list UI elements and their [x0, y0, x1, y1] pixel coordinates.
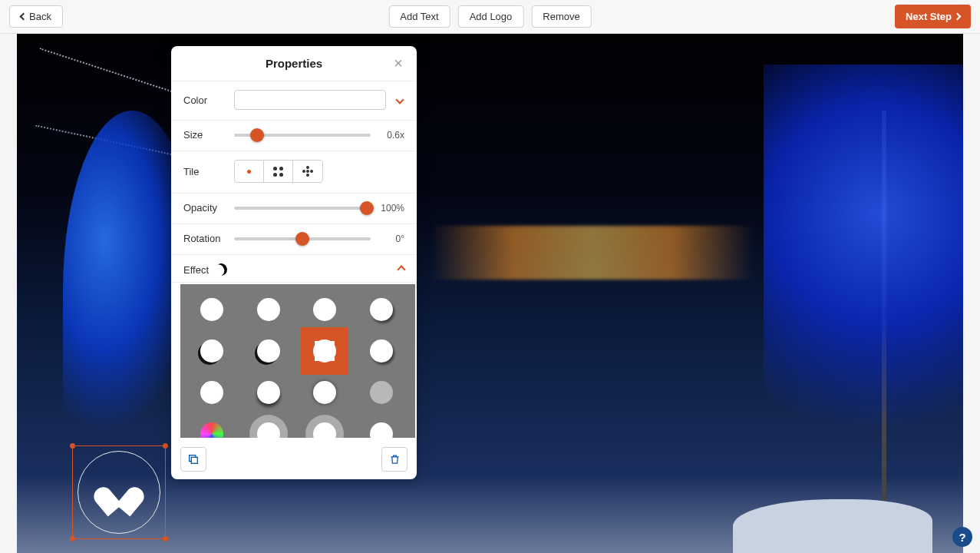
grid-diamond-icon	[302, 166, 313, 177]
size-label: Size	[183, 129, 226, 141]
opacity-thumb[interactable]	[360, 201, 374, 215]
rotation-value: 0°	[378, 233, 404, 244]
svg-rect-1	[191, 457, 197, 463]
top-toolbar: Back Add Text Add Logo Remove Next Step	[0, 0, 980, 34]
resize-handle-tr[interactable]	[163, 443, 168, 449]
effect-option[interactable]	[370, 298, 393, 321]
tile-section: Tile	[171, 151, 417, 194]
effect-option[interactable]	[257, 422, 280, 438]
back-label: Back	[29, 11, 51, 22]
chevron-right-icon	[954, 13, 962, 21]
effect-option[interactable]	[313, 381, 336, 404]
grid-four-icon	[273, 167, 283, 177]
tile-toggle-group	[234, 160, 323, 183]
size-value: 0.6x	[378, 130, 404, 141]
copy-icon	[187, 453, 200, 465]
tile-label: Tile	[183, 166, 226, 177]
watermark-badge[interactable]	[78, 451, 160, 534]
copy-button[interactable]	[180, 447, 206, 472]
color-label: Color	[183, 94, 226, 106]
tile-option-grid[interactable]	[264, 161, 293, 182]
effect-option[interactable]	[313, 298, 336, 321]
decor-snow	[733, 499, 932, 553]
rotation-slider[interactable]	[234, 237, 371, 240]
decor-blue-tree	[764, 65, 963, 553]
rotation-thumb[interactable]	[295, 232, 309, 246]
dot-icon	[247, 170, 251, 174]
effect-label: Effect	[183, 264, 209, 276]
effect-option[interactable]	[313, 422, 336, 438]
rotation-section: Rotation 0°	[171, 224, 417, 255]
effect-option[interactable]	[200, 298, 223, 321]
opacity-label: Opacity	[183, 202, 226, 214]
trash-icon	[389, 453, 401, 465]
effect-option[interactable]	[370, 339, 393, 363]
effect-option-selected[interactable]	[313, 339, 336, 363]
effect-option[interactable]	[257, 339, 280, 363]
color-input[interactable]	[234, 90, 386, 110]
size-thumb[interactable]	[250, 128, 264, 142]
effect-option[interactable]	[257, 298, 280, 321]
watermark-selection[interactable]	[72, 445, 166, 539]
opacity-section: Opacity 100%	[171, 194, 417, 224]
effect-option[interactable]	[200, 381, 223, 404]
rotation-label: Rotation	[183, 233, 226, 244]
help-button[interactable]: ?	[952, 527, 972, 547]
effect-section-header: Effect	[171, 255, 417, 283]
color-section: Color	[171, 81, 417, 121]
heart-icon	[102, 477, 136, 508]
tile-option-diamond[interactable]	[293, 161, 322, 182]
effect-grid-wrap	[171, 283, 417, 439]
toolbar-center: Add Text Add Logo Remove	[388, 5, 591, 28]
chevron-up-icon[interactable]	[397, 265, 405, 273]
close-icon[interactable]: ×	[389, 54, 408, 72]
effect-option[interactable]	[200, 339, 223, 363]
remove-button[interactable]: Remove	[531, 5, 591, 28]
effect-option[interactable]	[200, 422, 223, 438]
chevron-left-icon	[20, 13, 28, 21]
opacity-slider[interactable]	[234, 207, 371, 210]
crescent-icon	[213, 262, 229, 278]
properties-panel: Properties × Color Size 0.6x Tile	[171, 46, 417, 479]
delete-button[interactable]	[381, 447, 408, 472]
add-text-button[interactable]: Add Text	[388, 5, 450, 28]
next-step-label: Next Step	[906, 11, 952, 22]
back-button[interactable]: Back	[9, 5, 63, 28]
tile-option-single[interactable]	[235, 161, 264, 182]
panel-title: Properties	[266, 57, 322, 70]
next-step-button[interactable]: Next Step	[895, 5, 971, 28]
size-slider[interactable]	[234, 134, 371, 137]
resize-handle-tl[interactable]	[70, 443, 75, 449]
size-section: Size 0.6x	[171, 121, 417, 151]
effect-option[interactable]	[370, 422, 393, 438]
effect-grid[interactable]	[180, 284, 415, 438]
panel-footer	[171, 439, 417, 479]
decor-warm-lights	[431, 226, 754, 280]
opacity-value: 100%	[378, 203, 404, 214]
image-canvas[interactable]	[17, 34, 963, 553]
panel-header: Properties ×	[171, 46, 417, 81]
add-logo-button[interactable]: Add Logo	[458, 5, 524, 28]
effect-option[interactable]	[257, 381, 280, 404]
effect-option[interactable]	[370, 381, 393, 404]
resize-handle-br[interactable]	[163, 536, 168, 541]
resize-handle-bl[interactable]	[70, 536, 75, 541]
chevron-down-icon[interactable]	[395, 95, 404, 104]
